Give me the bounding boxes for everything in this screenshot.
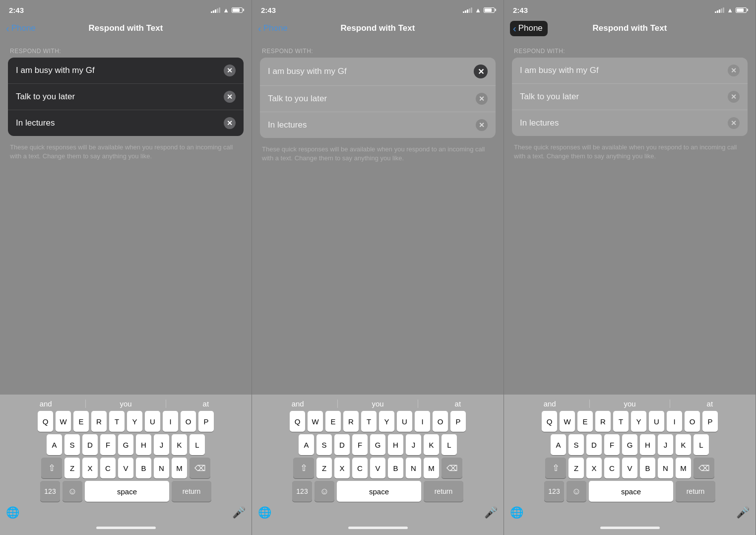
key-globe[interactable]: 🌐 (510, 506, 523, 519)
key-space[interactable]: space (589, 481, 673, 502)
key-numbers[interactable]: 123 (292, 481, 312, 502)
key-emoji[interactable]: ☺ (315, 481, 334, 502)
response-item-1[interactable]: I am busy with my Gf ✕ (260, 58, 496, 86)
key-t[interactable]: T (361, 411, 377, 432)
key-k[interactable]: K (676, 434, 691, 455)
key-globe[interactable]: 🌐 (6, 506, 19, 519)
key-b[interactable]: B (640, 458, 655, 478)
delete-button-2[interactable]: ✕ (728, 91, 740, 103)
delete-button-1[interactable]: ✕ (474, 65, 488, 78)
response-item-1[interactable]: I am busy with my Gf ✕ (512, 58, 748, 84)
key-i[interactable]: I (163, 411, 178, 432)
delete-button-3[interactable]: ✕ (476, 119, 488, 131)
key-q[interactable]: Q (542, 411, 557, 432)
key-mic[interactable]: 🎤 (232, 506, 246, 519)
key-h[interactable]: H (136, 434, 151, 455)
key-w[interactable]: W (56, 411, 71, 432)
back-button[interactable]: ‹ Phone (510, 21, 548, 36)
key-r[interactable]: R (91, 411, 107, 432)
key-f[interactable]: F (352, 434, 368, 455)
key-n[interactable]: N (154, 458, 169, 478)
key-m[interactable]: M (676, 458, 691, 478)
key-c[interactable]: C (352, 458, 368, 478)
key-g[interactable]: G (370, 434, 385, 455)
key-b[interactable]: B (136, 458, 151, 478)
key-numbers[interactable]: 123 (40, 481, 60, 502)
key-w[interactable]: W (308, 411, 323, 432)
key-z[interactable]: Z (316, 458, 332, 478)
delete-button-1[interactable]: ✕ (728, 65, 740, 76)
key-k[interactable]: K (424, 434, 439, 455)
key-f[interactable]: F (604, 434, 620, 455)
key-r[interactable]: R (595, 411, 611, 432)
key-u[interactable]: U (397, 411, 412, 432)
suggestion-at[interactable]: at (670, 400, 750, 408)
key-m[interactable]: M (172, 458, 187, 478)
key-l[interactable]: L (441, 434, 457, 455)
key-s[interactable]: S (316, 434, 332, 455)
key-t[interactable]: T (109, 411, 125, 432)
suggestion-and[interactable]: and (6, 400, 85, 408)
key-p[interactable]: P (450, 411, 466, 432)
key-e[interactable]: E (325, 411, 341, 432)
key-i[interactable]: I (667, 411, 682, 432)
delete-button-1[interactable]: ✕ (224, 65, 236, 76)
key-n[interactable]: N (658, 458, 673, 478)
delete-button-3[interactable]: ✕ (728, 117, 740, 129)
response-item-2[interactable]: Talk to you later ✕ (512, 84, 748, 110)
key-w[interactable]: W (560, 411, 575, 432)
key-f[interactable]: F (100, 434, 116, 455)
key-e[interactable]: E (577, 411, 593, 432)
key-h[interactable]: H (388, 434, 403, 455)
key-mic[interactable]: 🎤 (736, 506, 750, 519)
key-a[interactable]: A (551, 434, 566, 455)
key-x[interactable]: X (334, 458, 350, 478)
key-q[interactable]: Q (290, 411, 305, 432)
key-return[interactable]: return (676, 481, 715, 502)
key-t[interactable]: T (613, 411, 629, 432)
key-y[interactable]: Y (631, 411, 646, 432)
delete-button-3[interactable]: ✕ (224, 117, 236, 129)
delete-button-2[interactable]: ✕ (224, 91, 236, 103)
key-z[interactable]: Z (568, 458, 584, 478)
key-l[interactable]: L (693, 434, 709, 455)
key-l[interactable]: L (189, 434, 205, 455)
key-x[interactable]: X (586, 458, 602, 478)
key-delete[interactable]: ⌫ (693, 458, 714, 478)
suggestion-and[interactable]: and (258, 400, 337, 408)
key-emoji[interactable]: ☺ (63, 481, 82, 502)
key-i[interactable]: I (415, 411, 430, 432)
suggestion-you[interactable]: you (589, 400, 670, 408)
key-u[interactable]: U (649, 411, 664, 432)
suggestion-you[interactable]: you (85, 400, 166, 408)
response-item-3[interactable]: In lectures ✕ (512, 110, 748, 136)
key-h[interactable]: H (640, 434, 655, 455)
key-return[interactable]: return (424, 481, 463, 502)
response-item-3[interactable]: In lectures ✕ (260, 112, 496, 138)
key-numbers[interactable]: 123 (544, 481, 564, 502)
key-j[interactable]: J (658, 434, 673, 455)
key-n[interactable]: N (406, 458, 421, 478)
key-o[interactable]: O (685, 411, 700, 432)
key-return[interactable]: return (172, 481, 211, 502)
key-e[interactable]: E (73, 411, 89, 432)
back-button[interactable]: ‹ Phone (6, 23, 36, 34)
response-item-3[interactable]: In lectures ✕ (8, 110, 244, 136)
key-m[interactable]: M (424, 458, 439, 478)
key-z[interactable]: Z (64, 458, 80, 478)
key-v[interactable]: V (118, 458, 133, 478)
key-shift[interactable]: ⇧ (41, 458, 62, 478)
key-d[interactable]: D (82, 434, 98, 455)
key-shift[interactable]: ⇧ (545, 458, 566, 478)
key-d[interactable]: D (334, 434, 350, 455)
key-space[interactable]: space (337, 481, 421, 502)
key-b[interactable]: B (388, 458, 403, 478)
key-u[interactable]: U (145, 411, 160, 432)
key-x[interactable]: X (82, 458, 98, 478)
key-s[interactable]: S (568, 434, 584, 455)
key-g[interactable]: G (118, 434, 133, 455)
key-c[interactable]: C (100, 458, 116, 478)
key-o[interactable]: O (433, 411, 448, 432)
key-p[interactable]: P (702, 411, 718, 432)
key-v[interactable]: V (370, 458, 385, 478)
